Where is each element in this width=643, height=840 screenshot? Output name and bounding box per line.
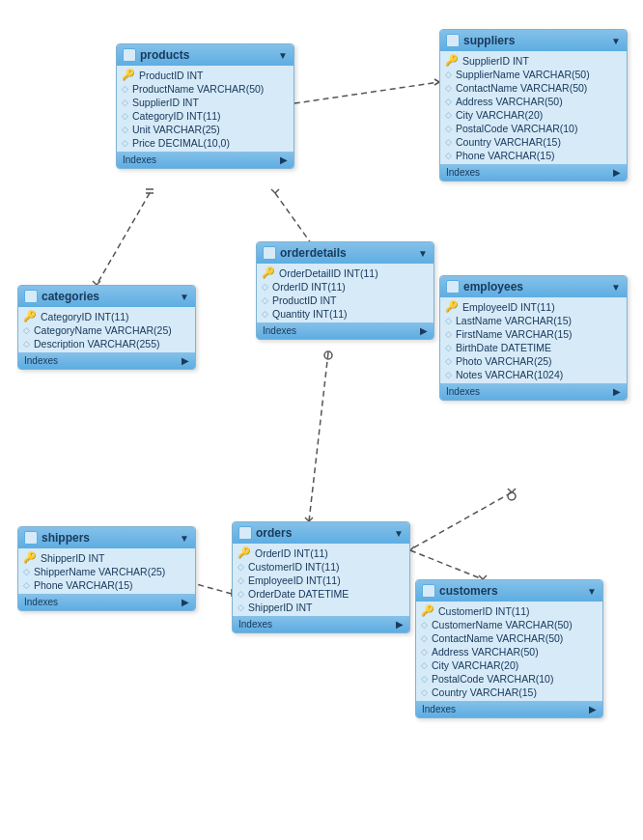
table-row: ◇ PostalCode VARCHAR(10)	[416, 672, 602, 686]
field-text: ProductName VARCHAR(50)	[132, 83, 264, 95]
table-customers[interactable]: customers ▼ 🔑 CustomerID INT(11) ◇ Custo…	[415, 579, 603, 718]
diamond-icon: ◇	[238, 589, 244, 599]
diamond-icon: ◇	[445, 110, 452, 120]
table-customers-footer: Indexes ▶	[416, 701, 602, 717]
table-row: ◇ CategoryName VARCHAR(25)	[18, 323, 195, 337]
diamond-icon: ◇	[122, 84, 128, 94]
table-suppliers-header: suppliers ▼	[440, 30, 627, 51]
table-categories-icon	[24, 290, 38, 303]
diamond-icon: ◇	[23, 325, 30, 335]
indexes-label: Indexes	[263, 325, 296, 336]
diamond-icon: ◇	[421, 674, 428, 684]
indexes-label: Indexes	[422, 704, 456, 714]
footer-arrow: ▶	[613, 386, 621, 397]
table-customers-arrow: ▼	[587, 586, 597, 597]
svg-line-12	[271, 189, 275, 193]
table-categories[interactable]: categories ▼ 🔑 CategoryID INT(11) ◇ Cate…	[17, 285, 196, 370]
diamond-icon: ◇	[445, 70, 452, 79]
table-orders-name: orders	[256, 526, 292, 540]
svg-line-5	[97, 193, 150, 285]
table-shippers-header: shippers ▼	[18, 527, 195, 548]
table-row: ◇ Description VARCHAR(255)	[18, 337, 195, 350]
diamond-icon: ◇	[445, 329, 452, 339]
field-text: CustomerID INT(11)	[438, 605, 530, 617]
diamond-icon: ◇	[445, 151, 452, 160]
table-products-header: products ▼	[117, 44, 294, 66]
table-employees-header: employees ▼	[440, 276, 627, 297]
diamond-icon: ◇	[421, 687, 428, 697]
field-text: SupplierID INT	[132, 97, 199, 108]
field-text: Quantity INT(11)	[272, 308, 348, 320]
table-orders-arrow: ▼	[394, 528, 404, 539]
field-text: ProductID INT	[139, 70, 204, 81]
table-shippers-icon	[24, 531, 38, 545]
field-text: FirstName VARCHAR(15)	[456, 328, 573, 340]
table-orders[interactable]: orders ▼ 🔑 OrderID INT(11) ◇ CustomerID …	[232, 521, 410, 633]
table-products[interactable]: products ▼ 🔑 ProductID INT ◇ ProductName…	[116, 43, 294, 169]
field-text: Country VARCHAR(15)	[456, 136, 561, 148]
table-row: ◇ CategoryID INT(11)	[117, 109, 294, 123]
footer-arrow: ▶	[280, 154, 288, 165]
table-row: ◇ ContactName VARCHAR(50)	[416, 631, 602, 645]
diamond-icon: ◇	[445, 343, 452, 352]
field-text: PostalCode VARCHAR(10)	[432, 673, 553, 685]
table-row: ◇ PostalCode VARCHAR(10)	[440, 122, 627, 135]
svg-line-31	[512, 489, 516, 492]
field-text: SupplierID INT	[462, 55, 529, 67]
field-text: ContactName VARCHAR(50)	[432, 632, 563, 644]
svg-point-32	[508, 492, 516, 500]
table-row: ◇ Phone VARCHAR(15)	[440, 149, 627, 162]
table-orderdetails-header: orderdetails ▼	[257, 242, 433, 264]
diamond-icon: ◇	[238, 602, 244, 612]
key-icon: 🔑	[445, 54, 459, 67]
svg-line-13	[275, 189, 279, 193]
field-text: City VARCHAR(20)	[432, 659, 518, 671]
table-row: 🔑 SupplierID INT	[440, 53, 627, 68]
diamond-icon: ◇	[445, 83, 452, 93]
diamond-icon: ◇	[122, 125, 128, 134]
table-row: ◇ Price DECIMAL(10,0)	[117, 136, 294, 150]
field-text: EmployeeID INT(11)	[462, 301, 555, 313]
table-row: ◇ BirthDate DATETIME	[440, 341, 627, 354]
key-icon: 🔑	[122, 69, 135, 81]
table-categories-footer: Indexes ▶	[18, 352, 195, 369]
field-text: ShipperID INT	[248, 602, 313, 613]
table-shippers[interactable]: shippers ▼ 🔑 ShipperID INT ◇ ShipperName…	[17, 526, 196, 611]
table-employees-body: 🔑 EmployeeID INT(11) ◇ LastName VARCHAR(…	[440, 297, 627, 383]
field-text: ProductID INT	[272, 294, 337, 306]
diamond-icon: ◇	[445, 370, 452, 379]
footer-arrow: ▶	[396, 619, 404, 630]
table-employees-footer: Indexes ▶	[440, 383, 627, 400]
field-text: OrderID INT(11)	[255, 547, 328, 559]
table-orders-footer: Indexes ▶	[233, 616, 409, 632]
key-icon: 🔑	[421, 604, 434, 617]
diamond-icon: ◇	[23, 580, 30, 590]
table-customers-name: customers	[439, 584, 498, 598]
table-row: ◇ OrderID INT(11)	[257, 280, 433, 294]
table-suppliers[interactable]: suppliers ▼ 🔑 SupplierID INT ◇ SupplierN…	[439, 29, 628, 182]
diamond-icon: ◇	[238, 562, 244, 572]
field-text: City VARCHAR(20)	[456, 109, 543, 121]
field-text: ShipperID INT	[41, 552, 105, 564]
table-row: 🔑 CustomerID INT(11)	[416, 603, 602, 618]
table-products-name: products	[140, 48, 189, 62]
indexes-label: Indexes	[446, 167, 480, 178]
table-shippers-arrow: ▼	[180, 533, 189, 544]
field-text: OrderDate DATETIME	[248, 588, 349, 600]
table-orderdetails-footer: Indexes ▶	[257, 322, 433, 339]
table-row: ◇ ProductName VARCHAR(50)	[117, 82, 294, 96]
diamond-icon: ◇	[122, 111, 128, 121]
diamond-icon: ◇	[445, 137, 452, 147]
table-suppliers-icon	[446, 34, 460, 47]
footer-arrow: ▶	[182, 597, 189, 607]
diamond-icon: ◇	[421, 620, 428, 630]
key-icon: 🔑	[23, 310, 37, 322]
footer-arrow: ▶	[420, 325, 428, 336]
table-orderdetails[interactable]: orderdetails ▼ 🔑 OrderDetailID INT(11) ◇…	[256, 241, 434, 340]
table-row: ◇ ShipperID INT	[233, 601, 409, 614]
table-row: 🔑 ShipperID INT	[18, 550, 195, 565]
footer-arrow: ▶	[589, 704, 597, 714]
diamond-icon: ◇	[445, 316, 452, 325]
table-row: ◇ ProductID INT	[257, 294, 433, 307]
table-employees[interactable]: employees ▼ 🔑 EmployeeID INT(11) ◇ LastN…	[439, 275, 628, 401]
